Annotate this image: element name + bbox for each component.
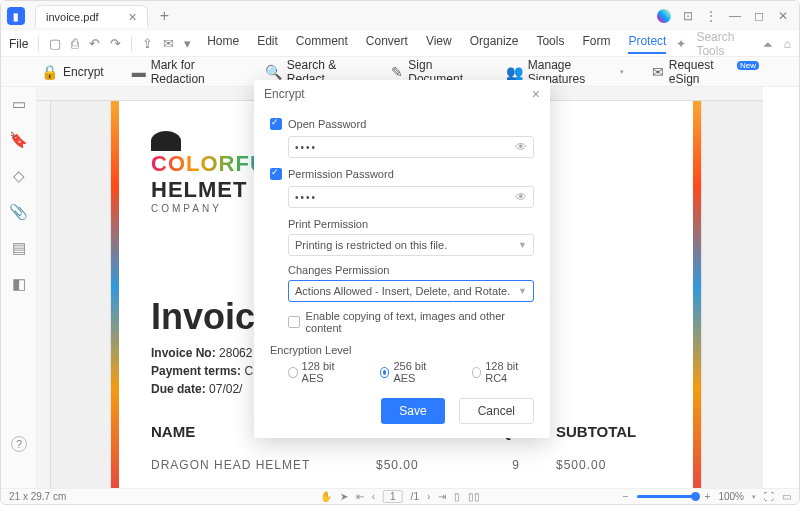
enable-copying-label: Enable copying of text, images and other… bbox=[306, 310, 534, 334]
changes-permission-select[interactable]: Actions Allowed - Insert, Delete, and Ro… bbox=[288, 280, 534, 302]
toolbar-label: Encrypt bbox=[63, 65, 104, 79]
prev-page-icon[interactable]: ‹ bbox=[372, 491, 375, 502]
tab-edit[interactable]: Edit bbox=[257, 34, 278, 54]
save-icon[interactable]: ▢ bbox=[49, 36, 61, 51]
pen-icon: ✎ bbox=[391, 64, 403, 80]
redact-icon: ▬ bbox=[132, 64, 146, 80]
chevron-down-icon: ▼ bbox=[518, 240, 527, 250]
tab-home[interactable]: Home bbox=[207, 34, 239, 54]
thumbnails-icon[interactable]: ▭ bbox=[12, 95, 26, 113]
search-tools-input[interactable]: Search Tools bbox=[696, 30, 751, 58]
encryption-option-0[interactable]: 128 bit AES bbox=[288, 360, 350, 384]
redo-icon[interactable]: ↷ bbox=[110, 36, 121, 51]
ruler-vertical bbox=[37, 101, 51, 488]
col-subtotal: SUBTOTAL bbox=[556, 423, 661, 440]
minimize-button[interactable]: — bbox=[729, 9, 741, 23]
nav-icon[interactable]: ◧ bbox=[12, 275, 26, 293]
radio-label: 128 bit AES bbox=[302, 360, 350, 384]
status-bar: 21 x 29.7 cm ✋ ➤ ⇤ ‹ 1 /1 › ⇥ ▯ ▯▯ − + 1… bbox=[1, 488, 799, 504]
tab-protect[interactable]: Protect bbox=[628, 34, 666, 54]
encryption-option-2[interactable]: 128 bit RC4 bbox=[472, 360, 534, 384]
invoice-meta: Invoice No: 28062 Payment terms: C Due d… bbox=[151, 344, 253, 398]
left-rail: ▭ 🔖 ◇ 📎 ▤ ◧ bbox=[1, 87, 37, 490]
chevron-down-icon: ▼ bbox=[518, 286, 527, 296]
share-icon[interactable]: ⇪ bbox=[142, 36, 153, 51]
toolbar-label: Request eSign bbox=[669, 58, 732, 86]
encryption-option-1[interactable]: 256 bit AES bbox=[380, 360, 442, 384]
zoom-slider[interactable] bbox=[637, 495, 697, 498]
eye-icon[interactable]: 👁 bbox=[515, 140, 527, 154]
undo-icon[interactable]: ↶ bbox=[89, 36, 100, 51]
next-page-icon[interactable]: › bbox=[427, 491, 430, 502]
tab-organize[interactable]: Organize bbox=[470, 34, 519, 54]
close-window-button[interactable]: ✕ bbox=[777, 9, 789, 23]
open-password-checkbox[interactable] bbox=[270, 118, 282, 130]
cloud-icon[interactable]: ⏶ bbox=[762, 37, 774, 51]
read-mode-icon[interactable]: ▭ bbox=[782, 491, 791, 502]
permission-password-checkbox[interactable] bbox=[270, 168, 282, 180]
cancel-button[interactable]: Cancel bbox=[459, 398, 534, 424]
request-esign-button[interactable]: ✉Request eSignNew bbox=[652, 58, 759, 86]
page-dimensions: 21 x 29.7 cm bbox=[9, 491, 66, 502]
document-tab[interactable]: invoice.pdf × bbox=[35, 5, 148, 27]
zoom-in-icon[interactable]: + bbox=[705, 491, 711, 502]
select-tool-icon[interactable]: ➤ bbox=[340, 491, 348, 502]
zoom-out-icon[interactable]: − bbox=[623, 491, 629, 502]
feedback-icon[interactable]: ⊡ bbox=[683, 9, 693, 23]
toolbar-label: Mark for Redaction bbox=[151, 58, 237, 86]
radio-dot bbox=[288, 367, 298, 378]
permission-password-label: Permission Password bbox=[288, 168, 394, 180]
fields-icon[interactable]: ▤ bbox=[12, 239, 26, 257]
tab-tools[interactable]: Tools bbox=[536, 34, 564, 54]
page-total: /1 bbox=[411, 491, 419, 502]
dialog-close-icon[interactable]: × bbox=[532, 86, 540, 102]
encryption-level-label: Encryption Level bbox=[270, 344, 534, 356]
home-icon[interactable]: ⌂ bbox=[784, 37, 791, 51]
search-icon: 🔍 bbox=[265, 64, 282, 80]
bookmarks-icon[interactable]: 🔖 bbox=[9, 131, 28, 149]
new-tab-button[interactable]: + bbox=[160, 7, 169, 25]
hand-tool-icon[interactable]: ✋ bbox=[320, 491, 332, 502]
permission-password-input[interactable]: ••••👁 bbox=[288, 186, 534, 208]
open-password-label: Open Password bbox=[288, 118, 366, 130]
help-button[interactable]: ? bbox=[11, 436, 27, 452]
layout-icon[interactable]: ▯ bbox=[454, 491, 460, 502]
maximize-button[interactable]: ◻ bbox=[753, 9, 765, 23]
more-icon[interactable]: ⋮ bbox=[705, 9, 717, 23]
dropdown-icon[interactable]: ▾ bbox=[184, 36, 191, 51]
last-page-icon[interactable]: ⇥ bbox=[438, 491, 446, 502]
save-button[interactable]: Save bbox=[381, 398, 444, 424]
print-icon[interactable]: ⎙ bbox=[71, 36, 79, 51]
tab-view[interactable]: View bbox=[426, 34, 452, 54]
enable-copying-checkbox[interactable] bbox=[288, 316, 300, 328]
menubar: File ▢ ⎙ ↶ ↷ ⇪ ✉ ▾ HomeEditCommentConver… bbox=[1, 31, 799, 57]
mark-for-redaction-button[interactable]: ▬Mark for Redaction bbox=[132, 58, 237, 86]
eye-icon[interactable]: 👁 bbox=[515, 190, 527, 204]
print-permission-select[interactable]: Printing is restricted on this file.▼ bbox=[288, 234, 534, 256]
stamp-icon: 👥 bbox=[506, 64, 523, 80]
profile-icon[interactable] bbox=[657, 9, 671, 23]
changes-permission-label: Changes Permission bbox=[288, 264, 534, 276]
close-tab-icon[interactable]: × bbox=[129, 9, 137, 25]
radio-label: 128 bit RC4 bbox=[485, 360, 534, 384]
tab-form[interactable]: Form bbox=[582, 34, 610, 54]
first-page-icon[interactable]: ⇤ bbox=[356, 491, 364, 502]
radio-dot bbox=[472, 367, 482, 378]
zoom-value[interactable]: 100% bbox=[718, 491, 744, 502]
page-number-input[interactable]: 1 bbox=[383, 490, 403, 503]
mail-icon[interactable]: ✉ bbox=[163, 36, 174, 51]
radio-label: 256 bit AES bbox=[393, 360, 441, 384]
layout2-icon[interactable]: ▯▯ bbox=[468, 491, 480, 502]
tab-comment[interactable]: Comment bbox=[296, 34, 348, 54]
open-password-input[interactable]: ••••👁 bbox=[288, 136, 534, 158]
fit-page-icon[interactable]: ⛶ bbox=[764, 491, 774, 502]
file-menu[interactable]: File bbox=[9, 37, 28, 51]
attachments-icon[interactable]: 📎 bbox=[9, 203, 28, 221]
layers-icon[interactable]: ◇ bbox=[13, 167, 25, 185]
app-icon: ▮ bbox=[7, 7, 25, 25]
encrypt-button[interactable]: 🔒Encrypt bbox=[41, 64, 104, 80]
chevron-down-icon: ▾ bbox=[620, 68, 624, 76]
star-icon[interactable]: ✦ bbox=[676, 37, 686, 51]
tab-convert[interactable]: Convert bbox=[366, 34, 408, 54]
radio-dot bbox=[380, 367, 390, 378]
